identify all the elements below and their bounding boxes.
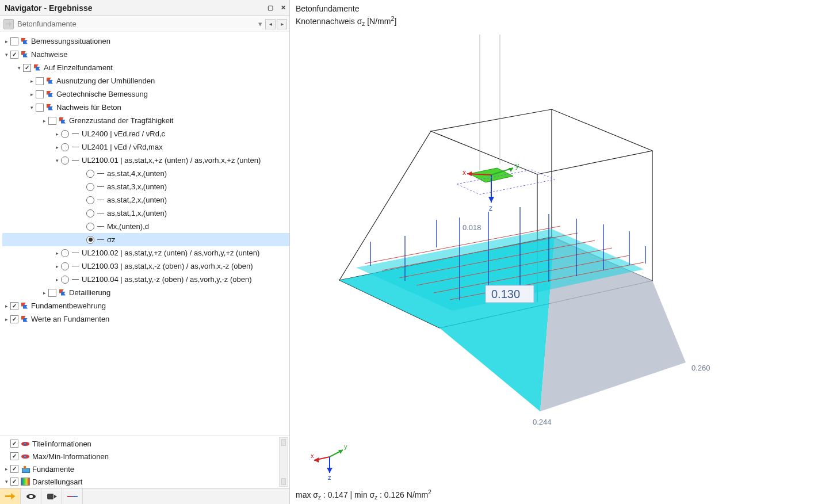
radio[interactable] (86, 209, 94, 217)
tree-item-auf-einzelfundament[interactable]: ▾ Auf Einzelfundament (2, 61, 289, 74)
tree-item-mx[interactable]: Mx,(unten),d (2, 220, 289, 233)
radio[interactable] (86, 223, 94, 231)
toolbar-curve-button[interactable] (62, 488, 83, 504)
tree-item-nachweise[interactable]: ▾ Nachweise (2, 48, 289, 61)
close-icon[interactable]: ✕ (277, 2, 289, 14)
navigator-toolbar (0, 488, 289, 504)
annot-br: 0.260 (691, 364, 710, 372)
result-tree[interactable]: ▸ Bemessungssituationen ▾ Nachweise ▾ Au… (0, 32, 289, 436)
checkbox[interactable] (10, 465, 18, 473)
tree-item-as2[interactable]: as,stat,2,x,(unten) (2, 193, 289, 207)
expander-icon[interactable]: ▸ (53, 143, 61, 151)
expander-icon[interactable]: ▸ (53, 249, 61, 257)
flag-icon (46, 90, 54, 98)
tree-item-as3[interactable]: as,stat,3,x,(unten) (2, 180, 289, 193)
expander-icon[interactable]: ▸ (53, 130, 61, 138)
arrow-icon (5, 492, 16, 501)
checkbox[interactable] (36, 104, 44, 112)
expander-icon[interactable]: ▸ (2, 37, 10, 45)
tree-item-ul2100-02[interactable]: ▸ UL2100.02 | as,stat,y,+z (unten) / as,… (2, 246, 289, 259)
flag-icon (21, 37, 29, 45)
opt-darstellungsart[interactable]: ▾ Darstellungsart (2, 475, 289, 488)
radio[interactable] (61, 156, 69, 165)
expander-icon[interactable]: ▸ (40, 117, 48, 125)
expander-icon[interactable]: ▾ (2, 51, 10, 59)
tree-item-bemessungssituationen[interactable]: ▸ Bemessungssituationen (2, 35, 289, 48)
radio[interactable] (61, 276, 69, 284)
scrollbar[interactable] (279, 437, 288, 487)
checkbox[interactable] (48, 289, 56, 297)
navigator-display-options: Titelinformationen Max/Min-Informationen… (0, 436, 289, 488)
scene-3d[interactable]: x y z 0.018 0.130 0.244 0.260 (290, 35, 814, 469)
checkbox[interactable] (10, 302, 18, 310)
expander-icon[interactable]: ▸ (53, 276, 61, 284)
expander-icon[interactable]: ▸ (53, 262, 61, 270)
radio[interactable] (61, 262, 69, 270)
checkbox[interactable] (36, 77, 44, 85)
checkbox[interactable] (10, 51, 18, 59)
expander-icon[interactable]: ▾ (15, 64, 23, 72)
toolbar-arrow-button[interactable] (0, 488, 21, 504)
checkbox[interactable] (10, 315, 18, 323)
tree-item-ausnutzung[interactable]: ▸ Ausnutzung der Umhüllenden (2, 74, 289, 87)
radio[interactable] (86, 183, 94, 191)
expander-icon[interactable]: ▾ (53, 156, 61, 165)
eye-icon (21, 440, 30, 448)
radio[interactable] (61, 143, 69, 151)
tree-item-sigma-z[interactable]: σz (2, 233, 289, 246)
tree-item-ul2401[interactable]: ▸ UL2401 | νEd / νRd,max (2, 140, 289, 154)
radio[interactable] (61, 130, 69, 138)
checkbox[interactable] (10, 440, 18, 448)
tree-item-as1[interactable]: as,stat,1,x,(unten) (2, 207, 289, 220)
checkbox[interactable] (10, 452, 18, 460)
radio[interactable] (61, 249, 69, 257)
radio[interactable] (86, 196, 94, 204)
tree-item-detaillierung[interactable]: ▸ Detaillierung (2, 286, 289, 299)
tree-item-grenzzustand[interactable]: ▸ Grenzzustand der Tragfähigkeit (2, 114, 289, 127)
tree-item-fundamentbewehrung[interactable]: ▸ Fundamentbewehrung (2, 299, 289, 312)
tree-item-ul2100-04[interactable]: ▸ UL2100.04 | as,stat,y,-z (oben) / as,v… (2, 273, 289, 286)
tree-item-geotechnisch[interactable]: ▸ Geotechnische Bemessung (2, 87, 289, 101)
breadcrumb-dropdown-icon[interactable]: ▾ (256, 20, 264, 28)
expander-icon[interactable]: ▸ (40, 289, 48, 297)
breadcrumb-prev-button[interactable]: ◂ (265, 19, 276, 29)
breadcrumb-next-button[interactable]: ▸ (277, 19, 287, 29)
expander-icon[interactable]: ▾ (2, 478, 10, 486)
svg-marker-34 (488, 197, 494, 203)
viewport-title-line2: Knotennachweis σz [N/mm2] (296, 14, 396, 28)
eye-icon (21, 452, 30, 460)
checkbox[interactable] (10, 37, 18, 45)
expander-icon[interactable]: ▸ (28, 77, 36, 85)
radio[interactable] (86, 170, 94, 178)
tree-item-ul2400[interactable]: ▸ UL2400 | νEd,red / νRd,c (2, 127, 289, 140)
svg-text:z: z (489, 204, 492, 212)
orientation-triad[interactable]: x y z (309, 440, 350, 480)
tree-item-ul2100-01[interactable]: ▾ UL2100.01 | as,stat,x,+z (unten) / as,… (2, 154, 289, 167)
toolbar-view-button[interactable] (21, 488, 41, 504)
tree-item-nachweis-beton[interactable]: ▾ Nachweis für Beton (2, 101, 289, 114)
dash-icon (71, 249, 79, 257)
opt-titelinformationen[interactable]: Titelinformationen (2, 437, 289, 450)
radio[interactable] (86, 236, 94, 244)
checkbox[interactable] (36, 90, 44, 98)
checkbox[interactable] (10, 478, 18, 486)
expander-icon[interactable]: ▸ (2, 302, 10, 310)
opt-maxmin[interactable]: Max/Min-Informationen (2, 450, 289, 463)
navigator-breadcrumb[interactable]: Betonfundamente ▾ ◂ ▸ (0, 16, 289, 32)
svg-marker-2 (431, 109, 652, 174)
viewport-3d[interactable]: Betonfundamente Knotennachweis σz [N/mm2… (290, 0, 814, 504)
checkbox[interactable] (23, 64, 31, 72)
undock-icon[interactable]: ▢ (264, 2, 277, 14)
expander-icon[interactable]: ▾ (28, 104, 36, 112)
tree-item-werte[interactable]: ▸ Werte an Fundamenten (2, 312, 289, 326)
expander-icon[interactable]: ▸ (2, 465, 10, 473)
opt-fundamente[interactable]: ▸ Fundamente (2, 463, 289, 475)
toolbar-camera-button[interactable] (41, 488, 62, 504)
expander-icon[interactable]: ▸ (28, 90, 36, 98)
flag-icon (33, 64, 41, 72)
checkbox[interactable] (48, 117, 56, 125)
navigator-title: Navigator - Ergebnisse (5, 3, 93, 13)
expander-icon[interactable]: ▸ (2, 315, 10, 323)
tree-item-ul2100-03[interactable]: ▸ UL2100.03 | as,stat,x,-z (oben) / as,v… (2, 259, 289, 273)
tree-item-as4[interactable]: as,stat,4,x,(unten) (2, 167, 289, 180)
